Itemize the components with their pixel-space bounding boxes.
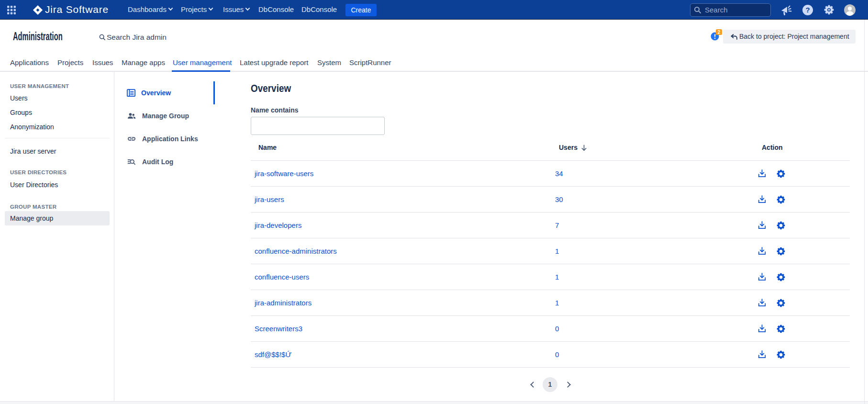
svg-text:2: 2 (718, 30, 721, 35)
